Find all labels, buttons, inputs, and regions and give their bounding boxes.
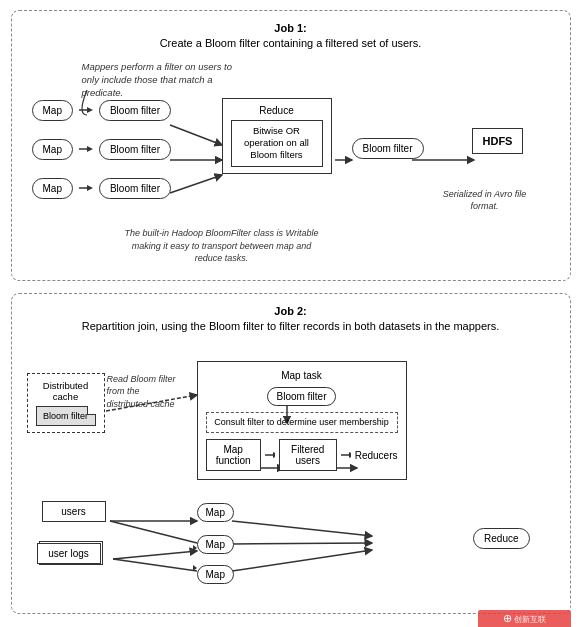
svg-line-2 bbox=[170, 175, 222, 193]
job2-title-line1: Job 2: bbox=[22, 304, 560, 319]
users-dataset-box: users bbox=[42, 501, 106, 522]
svg-line-17 bbox=[113, 551, 197, 559]
svg-marker-25 bbox=[273, 452, 275, 458]
map-bottom-pill-3: Map bbox=[197, 565, 234, 584]
map-row-2: Map Bloom filter bbox=[32, 139, 171, 160]
job1-bottom-note: The built-in Hadoop BloomFilter class is… bbox=[122, 227, 322, 265]
bloom-filter-pill-2: Bloom filter bbox=[99, 139, 171, 160]
distributed-cache-label: Distributed cache bbox=[36, 380, 96, 402]
map-pill-1: Map bbox=[32, 100, 73, 121]
svg-line-18 bbox=[113, 559, 197, 571]
map-pill-2: Map bbox=[32, 139, 73, 160]
map-task-box: Map task Bloom filter Consult filter to … bbox=[197, 361, 407, 481]
job2-title-line2: Repartition join, using the Bloom filter… bbox=[82, 320, 500, 332]
reduce-bottom-label: Reduce bbox=[473, 528, 529, 549]
arrow-icon-1 bbox=[265, 450, 275, 460]
job1-reduce-inner: Bitwise OR operation on all Bloom filter… bbox=[231, 120, 323, 167]
map-bottom-3: Map bbox=[197, 565, 234, 584]
filtered-users-box: Filtered users bbox=[279, 439, 337, 471]
job1-maps-column: Map Bloom filter Map Bloom filter Map Bl… bbox=[32, 100, 171, 199]
map-bottom-pill-2: Map bbox=[197, 535, 234, 554]
job2-content: Distributed cache Bloom filter Read Bloo… bbox=[22, 343, 560, 603]
consult-filter-box: Consult filter to determine user members… bbox=[206, 412, 398, 434]
svg-marker-10 bbox=[87, 185, 93, 191]
job1-title-line1: Job 1: bbox=[22, 21, 560, 36]
reducers-label: Reducers bbox=[355, 450, 398, 461]
map-bottom-1: Map bbox=[197, 503, 234, 522]
map-pill-3: Map bbox=[32, 178, 73, 199]
job1-box: Job 1: Create a Bloom filter containing … bbox=[11, 10, 571, 281]
watermark: ⊕ 创新互联 CHUANG XIN HU LIAN bbox=[478, 610, 571, 627]
job2-box: Job 2: Repartition join, using the Bloom… bbox=[11, 293, 571, 614]
job1-title-line2: Create a Bloom filter containing a filte… bbox=[160, 37, 422, 49]
user-logs-label: user logs bbox=[37, 543, 101, 564]
bloom-filter-output-pill: Bloom filter bbox=[352, 138, 424, 159]
svg-marker-6 bbox=[87, 107, 93, 113]
job1-mapper-annotation: Mappers perform a filter on users to onl… bbox=[82, 60, 242, 100]
job1-hdfs-box: HDFS bbox=[472, 128, 524, 154]
job1-bloom-output: Bloom filter bbox=[352, 138, 424, 159]
bloom-filter-pill-1: Bloom filter bbox=[99, 100, 171, 121]
map-task-title: Map task bbox=[206, 370, 398, 381]
map-bottom-2: Map bbox=[197, 535, 234, 554]
main-diagram: Job 1: Create a Bloom filter containing … bbox=[11, 10, 571, 614]
map-function-row: Map function Filtered users Reducers bbox=[206, 439, 398, 471]
users-label: users bbox=[42, 501, 106, 522]
svg-marker-8 bbox=[87, 146, 93, 152]
distributed-cache-box: Distributed cache Bloom filter bbox=[27, 373, 105, 433]
bloom-filter-file-box: Bloom filter bbox=[36, 406, 96, 426]
reduce-bottom-box: Reduce bbox=[473, 528, 529, 549]
svg-line-22 bbox=[232, 543, 372, 544]
hdfs-label: HDFS bbox=[472, 128, 524, 154]
job1-reduce-title: Reduce bbox=[231, 105, 323, 116]
map-row-3: Map Bloom filter bbox=[32, 178, 171, 199]
bloom-filter-pill-3: Bloom filter bbox=[99, 178, 171, 199]
svg-line-16 bbox=[110, 521, 197, 543]
job1-content: Mappers perform a filter on users to onl… bbox=[22, 60, 560, 270]
job1-serialized-note: Serialized in Avro file format. bbox=[440, 188, 530, 213]
svg-line-0 bbox=[170, 125, 222, 145]
job2-title: Job 2: Repartition join, using the Bloom… bbox=[22, 304, 560, 335]
svg-line-21 bbox=[232, 521, 372, 536]
arrow-icon-2 bbox=[341, 450, 351, 460]
watermark-icon: ⊕ bbox=[503, 612, 512, 624]
svg-line-23 bbox=[232, 550, 372, 571]
map-task-bloom-filter: Bloom filter bbox=[267, 387, 335, 406]
map-task-inner: Bloom filter Consult filter to determine… bbox=[206, 387, 398, 472]
job1-reduce-box: Reduce Bitwise OR operation on all Bloom… bbox=[222, 98, 332, 174]
map-row-1: Map Bloom filter bbox=[32, 100, 171, 121]
svg-marker-27 bbox=[349, 452, 351, 458]
watermark-text: 创新互联 bbox=[514, 615, 546, 624]
map-function-box: Map function bbox=[206, 439, 261, 471]
user-logs-dataset-box: user logs bbox=[37, 543, 101, 564]
job1-title: Job 1: Create a Bloom filter containing … bbox=[22, 21, 560, 52]
map-bottom-pill-1: Map bbox=[197, 503, 234, 522]
read-bloom-note: Read Bloom filter from the distributed c… bbox=[107, 373, 182, 411]
